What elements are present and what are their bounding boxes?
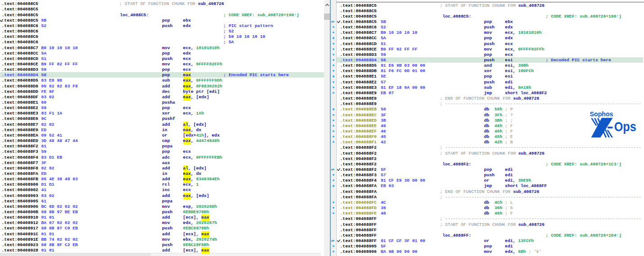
svg-text:Ops: Ops xyxy=(614,120,636,134)
svg-text:Sophos: Sophos xyxy=(590,110,613,118)
